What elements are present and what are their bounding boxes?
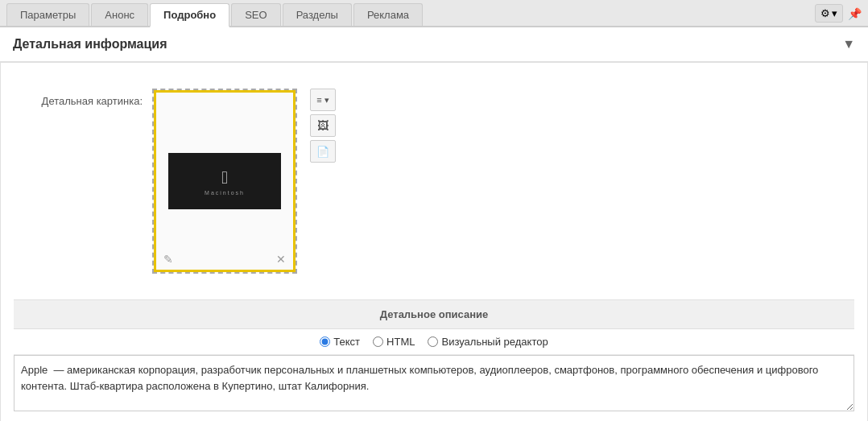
radio-html-label-text: HTML	[386, 336, 415, 348]
tab-sections[interactable]: Разделы	[283, 3, 352, 26]
apple-logo-area:  Macintosh	[205, 167, 245, 196]
image-icon: 🖼	[317, 119, 329, 132]
image-delete-button[interactable]: ✕	[276, 253, 286, 266]
radio-visual-label-text: Визуальный редактор	[441, 336, 548, 348]
image-upload-area:  Macintosh ✎ ✕	[152, 89, 297, 274]
description-textarea[interactable]	[14, 355, 854, 411]
radio-html-label[interactable]: HTML	[373, 336, 415, 348]
pin-icon: 📌	[848, 7, 862, 20]
image-field-label: Детальная картинка:	[14, 89, 143, 107]
radio-text-label-text: Текст	[333, 336, 360, 348]
tab-announce[interactable]: Анонс	[91, 3, 148, 26]
tab-ads[interactable]: Реклама	[353, 3, 423, 26]
tab-seo[interactable]: SEO	[231, 3, 280, 26]
image-menu-button[interactable]: ≡ ▾	[310, 89, 336, 111]
tab-params[interactable]: Параметры	[6, 3, 89, 26]
section-header: Детальная информация ▼	[0, 27, 868, 62]
main-content: Детальная информация ▼ Детальная картинк…	[0, 27, 868, 421]
description-controls: Текст HTML Визуальный редактор	[14, 329, 854, 355]
image-dropzone[interactable]:  Macintosh ✎ ✕	[152, 89, 297, 274]
tab-bar: Параметры Анонс Подробно SEO Разделы Рек…	[0, 0, 868, 27]
radio-text-label[interactable]: Текст	[320, 336, 360, 348]
apple-logo-icon: 	[221, 167, 228, 188]
image-tools: ≡ ▾ 🖼 📄	[310, 89, 336, 163]
apple-subtitle-text: Macintosh	[205, 190, 245, 196]
description-section: Детальное описание Текст HTML Визуальный…	[14, 299, 854, 414]
radio-visual-label[interactable]: Визуальный редактор	[428, 336, 548, 348]
image-section: Детальная картинка:  Macintosh ✎ ✕	[14, 76, 854, 287]
tab-details[interactable]: Подробно	[150, 3, 229, 27]
radio-html[interactable]	[373, 336, 383, 347]
image-file-button[interactable]: 📄	[310, 140, 336, 163]
image-gallery-button[interactable]: 🖼	[310, 114, 336, 137]
chevron-down-icon[interactable]: ▼	[842, 37, 855, 52]
image-edit-button[interactable]: ✎	[163, 253, 173, 266]
file-icon: 📄	[316, 146, 329, 158]
section-title: Детальная информация	[13, 37, 167, 52]
radio-text[interactable]	[320, 336, 330, 347]
pin-button[interactable]: 📌	[848, 7, 862, 20]
content-area: Детальная картинка:  Macintosh ✎ ✕	[0, 62, 868, 421]
radio-visual[interactable]	[428, 336, 438, 347]
gear-button[interactable]: ⚙ ▾	[815, 4, 843, 23]
menu-icon: ≡ ▾	[316, 95, 329, 105]
image-preview:  Macintosh	[168, 153, 281, 209]
gear-icon: ⚙	[820, 7, 830, 19]
description-header: Детальное описание	[14, 300, 854, 329]
gear-dropdown-icon: ▾	[832, 7, 837, 19]
